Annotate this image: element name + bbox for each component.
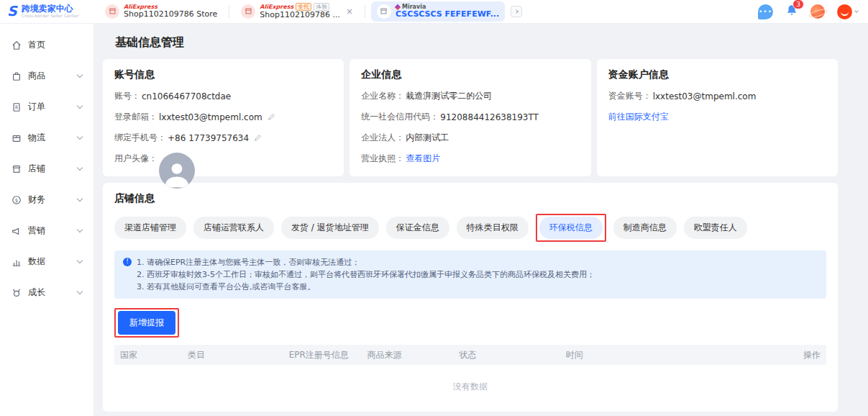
sidebar-item-marketing[interactable]: 营销 <box>0 215 93 246</box>
sidebar-item-label: 营销 <box>28 225 45 237</box>
bag-icon <box>12 71 22 81</box>
chevron-down-icon <box>77 227 83 232</box>
account-info-card: 账号信息 账号： cn1066467708ctdae 登录邮箱： lxxtest… <box>103 59 344 176</box>
chevron-down-icon <box>77 165 83 171</box>
tab-special-category-permission[interactable]: 特殊类目权限 <box>457 217 529 239</box>
chevron-down-icon <box>77 134 83 140</box>
chevron-down-icon <box>77 258 83 263</box>
order-icon <box>12 102 22 112</box>
view-license-link[interactable]: 查看图片 <box>406 153 440 165</box>
sidebar-item-orders[interactable]: 订单 <box>0 91 93 122</box>
medal-icon <box>12 288 22 298</box>
account-number-row: 账号： cn1066467708ctdae <box>114 90 332 102</box>
sidebar-item-label: 成长 <box>28 286 45 299</box>
shop-info-card: 店铺信息 渠道店铺管理 店铺运营联系人 发货 / 退货地址管理 保证金信息 特殊… <box>103 183 838 412</box>
column-product-source: 商品来源 <box>362 349 454 361</box>
column-country: 国家 <box>114 349 182 361</box>
shop-tab-name: CSCSCSCS FEFEFEWF... <box>396 10 499 19</box>
column-category: 类目 <box>182 349 283 361</box>
shop-tab-1[interactable]: AliExpress Shop1102109786 Store <box>99 1 223 22</box>
storefront-icon <box>12 164 22 174</box>
tab-divider <box>229 5 229 18</box>
planet-icon[interactable] <box>810 4 825 19</box>
home-icon <box>12 40 22 50</box>
credit-code-value: 9120884412638193TT <box>440 112 539 122</box>
tab-deposit-info[interactable]: 保证金信息 <box>386 217 449 239</box>
epr-notice-banner: ! 1. 请确保EPR注册主体与您账号主体一致，否则审核无法通过； 2. 西班牙… <box>114 250 826 299</box>
column-actions: 操作 <box>766 349 826 361</box>
messages-icon[interactable]: ••• <box>758 4 773 19</box>
notice-line-1: 1. 请确保EPR注册主体与您账号主体一致，否则审核无法通过； <box>137 256 595 268</box>
fund-account-row: 资金账号： lxxtest03@tmpeml.com <box>608 90 826 102</box>
edit-email-icon[interactable] <box>268 113 275 121</box>
avatar-row: 用户头像： <box>114 153 332 189</box>
edit-phone-icon[interactable] <box>254 134 262 142</box>
shop-tab-3-active[interactable]: Miravia CSCSCSCS FEFEFEWF... <box>371 1 505 22</box>
fund-card-title: 资金账户信息 <box>608 68 826 81</box>
sidebar-item-finance[interactable]: $ 财务 <box>0 184 93 215</box>
annotation-box-env-tax-tab: 环保税信息 <box>536 214 606 242</box>
sidebar-item-home[interactable]: 首页 <box>0 30 93 60</box>
sidebar-item-growth[interactable]: 成长 <box>0 277 93 308</box>
account-menu[interactable] <box>837 4 858 19</box>
chart-icon <box>12 257 22 267</box>
aliexpress-brand-label: AliExpress <box>260 4 293 10</box>
company-info-card: 企业信息 企业名称： 栽造湃测试零二的公司 统一社会信用代码： 91208844… <box>350 59 590 176</box>
megaphone-icon <box>12 226 22 236</box>
shop-store-icon <box>241 4 255 19</box>
sidebar-item-label: 订单 <box>28 101 45 113</box>
notification-count-badge: 3 <box>792 0 804 9</box>
sidebar-item-products[interactable]: 商品 <box>0 60 93 91</box>
credit-code-row: 统一社会信用代码： 9120884412638193TT <box>361 111 579 123</box>
account-card-title: 账号信息 <box>114 68 332 81</box>
chevron-right-icon <box>514 9 518 14</box>
notifications-bell[interactable]: 3 <box>785 4 798 19</box>
fund-account-label: 资金账号： <box>608 90 652 102</box>
legal-person-row: 企业法人： 内部测试工 <box>361 132 579 144</box>
fund-account-value: lxxtest03@tmpeml.com <box>653 91 757 101</box>
svg-text:$: $ <box>15 197 18 203</box>
goto-international-alipay-link[interactable]: 前往国际支付宝 <box>608 111 669 123</box>
sidebar-item-label: 店铺 <box>28 163 45 175</box>
app-window: S 跨境卖家中心 Cross-border Seller Center AliE… <box>0 0 868 416</box>
company-name-label: 企业名称： <box>361 90 404 102</box>
license-label: 营业执照： <box>361 153 404 165</box>
column-epr-number: EPR注册号信息 <box>283 349 362 361</box>
shop-tab-name: Shop1102109786 ... <box>260 11 340 20</box>
tab-environmental-tax-info[interactable]: 环保税信息 <box>539 217 603 239</box>
add-declaration-button[interactable]: 新增提报 <box>118 311 175 335</box>
legal-person-value: 内部测试工 <box>406 132 449 144</box>
close-tab-icon[interactable]: × <box>346 6 353 17</box>
sidebar-item-label: 财务 <box>28 194 45 206</box>
column-status: 状态 <box>453 349 560 361</box>
app-logo[interactable]: S 跨境卖家中心 Cross-border Seller Center <box>7 4 99 19</box>
login-email-label: 登录邮箱： <box>114 111 157 123</box>
shop-tab-2[interactable]: AliExpress 全托 体验 Shop1102109786 ... × <box>235 1 359 22</box>
sidebar: 首页 商品 订单 物流 店铺 $ 财务 营销 <box>0 24 93 416</box>
main-content: 基础信息管理 账号信息 账号： cn1066467708ctdae 登录邮箱： … <box>93 24 868 416</box>
expand-tabs-button[interactable] <box>511 6 522 17</box>
tab-store-operation-contact[interactable]: 店铺运营联系人 <box>193 217 274 239</box>
info-icon: ! <box>123 258 132 266</box>
sidebar-item-logistics[interactable]: 物流 <box>0 122 93 153</box>
phone-value: +86 17739757634 <box>168 133 249 143</box>
sidebar-item-data[interactable]: 数据 <box>0 246 93 277</box>
account-number-label: 账号： <box>114 90 140 102</box>
tab-divider <box>365 5 365 18</box>
page-title: 基础信息管理 <box>115 35 838 50</box>
tab-shipping-return-address[interactable]: 发货 / 退货地址管理 <box>281 217 379 239</box>
info-cards-row: 账号信息 账号： cn1066467708ctdae 登录邮箱： lxxtest… <box>103 59 838 176</box>
sidebar-item-store[interactable]: 店铺 <box>0 153 93 184</box>
legal-person-label: 企业法人： <box>361 132 404 144</box>
notice-line-3: 3. 若有其他疑问可查看平台公告,或咨询平台客服。 <box>137 281 595 293</box>
shop-card-title: 店铺信息 <box>114 192 826 205</box>
tab-eu-responsible-person[interactable]: 欧盟责任人 <box>684 217 747 239</box>
chevron-down-icon <box>77 196 83 202</box>
annotation-box-add-button: 新增提报 <box>114 308 179 338</box>
package-icon <box>12 133 22 143</box>
tab-channel-store-management[interactable]: 渠道店铺管理 <box>114 217 186 239</box>
user-avatar-icon <box>837 4 852 19</box>
toolbar: 新增提报 <box>114 308 826 338</box>
tab-manufacturer-info[interactable]: 制造商信息 <box>613 217 677 239</box>
login-email-value: lxxtest03@tmpeml.com <box>159 112 262 122</box>
